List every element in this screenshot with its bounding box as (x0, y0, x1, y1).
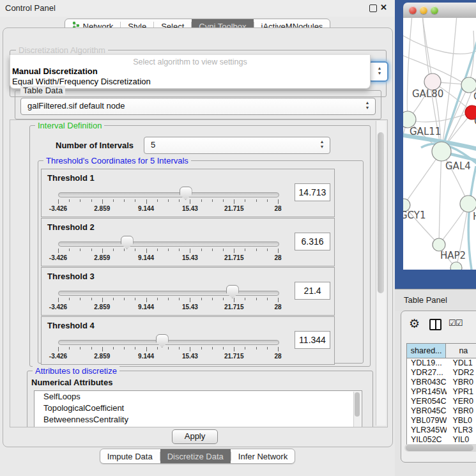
tick-mark (234, 298, 234, 302)
table-horizontal-scrollbar[interactable] (404, 444, 476, 452)
table-cell[interactable]: YBL0 (447, 416, 476, 426)
settings-scrollbar[interactable] (376, 121, 386, 426)
threshold-slider-track[interactable] (58, 192, 279, 197)
threshold-slider-track[interactable] (58, 291, 279, 296)
attributes-scrollbar[interactable] (353, 392, 361, 427)
tick-mark (91, 298, 92, 300)
column-header-name[interactable]: na (446, 344, 476, 358)
node-partial[interactable] (450, 262, 462, 270)
screen: Control Panel ✕ NetworkStyleSelectCyni T… (0, 0, 476, 476)
number-of-intervals-value: 5 (151, 140, 155, 150)
node-gal4[interactable] (432, 142, 451, 161)
close-icon[interactable]: ✕ (380, 3, 387, 12)
table-row[interactable]: YDR27...YDR2 (407, 368, 476, 378)
threshold-slider-track[interactable] (58, 340, 279, 345)
table-cell[interactable]: YBR043C (407, 378, 447, 387)
threshold-slider-thumb[interactable] (121, 236, 134, 249)
table-cell[interactable]: YDL1 (447, 358, 476, 368)
table-cell[interactable]: YDL19... (407, 358, 447, 368)
table-cell[interactable]: YLR345W (407, 426, 447, 435)
table-cell[interactable]: YLR3 (447, 426, 476, 435)
tick-mark (223, 249, 224, 251)
tick-mark (267, 347, 268, 349)
attribute-item[interactable]: BetweennessCentrality (35, 414, 362, 426)
node-hap2[interactable] (433, 238, 445, 251)
scrollbar-thumb[interactable] (406, 445, 473, 451)
tick-mark (201, 298, 202, 300)
table-cell[interactable]: YIL052C (407, 435, 447, 445)
numerical-attributes-list[interactable]: SelfLoopsTopologicalCoefficientBetweenne… (34, 390, 362, 427)
node-h[interactable] (460, 196, 476, 212)
tab-impute-data[interactable]: Impute Data (100, 449, 160, 463)
algorithm-option-manual[interactable]: Manual Discretization (12, 66, 98, 76)
minimize-traffic-light[interactable] (420, 6, 427, 14)
node-label: GAL11 (410, 126, 441, 137)
tick-mark (168, 347, 169, 349)
right-region: GAL80 GA C GAL11 GAL4 GCY1 H HAP2 Table … (395, 0, 476, 476)
table-row[interactable]: YBR045CYBR0 (407, 406, 476, 416)
table-row[interactable]: YER054CYER0 (407, 397, 476, 406)
tick-mark (190, 199, 190, 204)
threshold-value-field[interactable]: 11.344 (295, 331, 330, 349)
close-traffic-light[interactable] (409, 6, 417, 14)
tick-mark (135, 249, 135, 251)
table-cell[interactable]: YDR2 (447, 368, 476, 378)
tick-mark (102, 249, 103, 253)
checkbox-icons[interactable]: ☑☑ (449, 318, 462, 328)
threshold-slider-thumb[interactable] (156, 334, 169, 348)
table-data-group: Table Data galFiltered.sif default node … (15, 90, 381, 119)
threshold-slider-track[interactable] (58, 242, 279, 247)
float-window-icon[interactable] (369, 4, 377, 12)
threshold-slider-thumb[interactable] (226, 285, 239, 298)
table-cell[interactable]: YER0 (447, 397, 476, 406)
gear-icon[interactable]: ⚙ (409, 316, 420, 331)
table-cell[interactable]: YPR1 (447, 387, 476, 397)
tab-infer-network[interactable]: Infer Network (231, 449, 295, 463)
threshold-value-field[interactable]: 21.4 (295, 282, 330, 300)
table-body: YDL19...YDL1YDR27...YDR2YBR043CYBR0YPR14… (407, 358, 476, 445)
table-cell[interactable]: YBR045C (407, 406, 447, 416)
node-label: GAL4 (445, 160, 471, 172)
number-of-intervals-combobox[interactable]: 5 ▲▼ (144, 137, 330, 154)
tick-mark (69, 249, 70, 251)
tick-label: 21.715 (220, 254, 248, 261)
attribute-item[interactable]: TopologicalCoefficient (35, 403, 362, 414)
table-cell[interactable]: YER054C (407, 397, 447, 406)
tick-label: 15.43 (176, 353, 204, 360)
attribute-item[interactable]: SelfLoops (35, 391, 362, 403)
network-window-titlebar[interactable] (403, 3, 476, 19)
scrollbar-thumb[interactable] (355, 392, 360, 417)
split-column-icon[interactable] (429, 319, 441, 330)
threshold-value-field[interactable]: 6.316 (295, 233, 330, 250)
threshold-value-field[interactable]: 14.713 (295, 183, 330, 201)
algorithm-option-equal-width[interactable]: Equal Width/Frequency Discretization (12, 77, 151, 86)
column-header-shared-name[interactable]: shared... (407, 344, 446, 358)
table-row[interactable]: YIL052CYIL0 (407, 435, 476, 445)
table-cell[interactable]: YBR0 (447, 378, 476, 387)
tick-mark (278, 249, 279, 253)
tick-label: 28 (264, 254, 292, 261)
table-data-combobox[interactable]: galFiltered.sif default node ▲▼ (20, 98, 376, 115)
algorithm-combobox[interactable]: ▲▼ (368, 61, 388, 82)
table-cell[interactable]: YIL0 (447, 435, 476, 445)
tick-mark (168, 199, 169, 202)
threshold-slider-thumb[interactable] (180, 187, 192, 200)
table-row[interactable]: YPR145WYPR1 (407, 387, 476, 397)
network-view[interactable]: GAL80 GA C GAL11 GAL4 GCY1 H HAP2 (403, 18, 476, 270)
tick-mark (190, 347, 190, 351)
table-cell[interactable]: YDR27... (407, 368, 447, 378)
table-row[interactable]: YLR345WYLR3 (407, 426, 476, 435)
node-attribute-table: shared... na YDL19...YDL1YDR27...YDR2YBR… (406, 343, 476, 447)
discretization-algorithm-group-title: Discretization Algorithm (16, 45, 108, 55)
zoom-traffic-light[interactable] (431, 6, 438, 14)
scrollbar-thumb[interactable] (378, 132, 384, 293)
table-row[interactable]: YBL079WYBL0 (407, 416, 476, 426)
apply-button[interactable]: Apply (172, 429, 218, 444)
tick-mark (69, 347, 70, 349)
table-row[interactable]: YDL19...YDL1 (407, 358, 476, 368)
table-cell[interactable]: YBL079W (407, 416, 447, 426)
table-cell[interactable]: YPR145W (407, 387, 447, 397)
tab-discretize-data[interactable]: Discretize Data (160, 449, 231, 463)
table-cell[interactable]: YBR0 (447, 406, 476, 416)
table-row[interactable]: YBR043CYBR0 (407, 378, 476, 387)
